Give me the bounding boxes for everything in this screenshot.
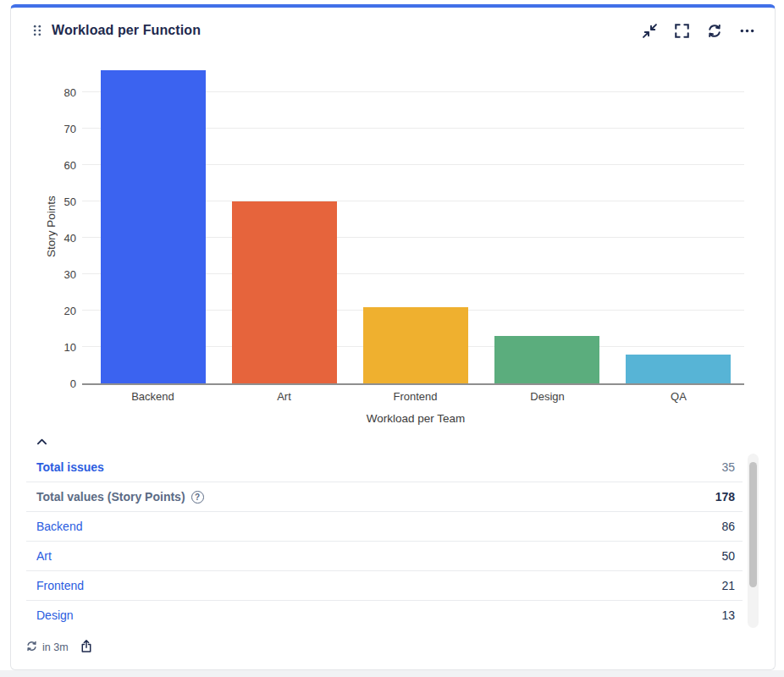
bar-design[interactable] — [494, 336, 599, 383]
collapse-arrows-icon — [643, 24, 657, 38]
widget-header: Workload per Function — [11, 8, 775, 48]
y-tick-label: 70 — [64, 122, 76, 135]
widget-title: Workload per Function — [52, 23, 201, 38]
row-label[interactable]: Design — [36, 608, 74, 622]
fullscreen-button[interactable] — [673, 22, 691, 40]
bar-art[interactable] — [232, 201, 337, 383]
table-row: Backend86 — [26, 511, 743, 541]
widget-actions — [641, 22, 756, 40]
table-row: Frontend21 — [26, 570, 743, 600]
widget-footer: in 3m — [11, 630, 775, 656]
x-tick-label: QA — [613, 390, 744, 403]
x-tick-label: Backend — [87, 390, 218, 403]
table-row: Design13 — [26, 600, 743, 630]
summary-rows: Total issues35Total values (Story Points… — [26, 452, 743, 630]
y-tick-label: 60 — [64, 158, 76, 171]
collapse-table-button[interactable] — [36, 435, 47, 448]
row-value: 35 — [721, 460, 735, 474]
chevron-up-icon — [36, 435, 47, 448]
summary-table: Total issues35Total values (Story Points… — [11, 452, 775, 630]
x-axis-title: Workload per Team — [87, 412, 744, 425]
y-tick-label: 10 — [64, 340, 76, 353]
refresh-icon — [707, 24, 722, 38]
ellipsis-icon — [740, 24, 754, 38]
row-label[interactable]: Frontend — [36, 579, 84, 592]
y-tick-label: 30 — [64, 267, 76, 280]
x-tick-label: Art — [218, 390, 350, 403]
table-row: Total issues35 — [26, 452, 743, 482]
row-value: 178 — [715, 490, 735, 504]
table-expander — [11, 425, 775, 450]
help-icon[interactable]: ? — [191, 491, 204, 504]
row-label[interactable]: Backend — [36, 520, 82, 533]
plot-area: 01020304050607080BackendArtFrontendDesig… — [87, 70, 744, 383]
page-background-strip — [0, 670, 784, 677]
x-tick-label: Design — [482, 390, 613, 403]
refresh-button[interactable] — [705, 22, 724, 40]
workload-widget-card: Workload per Function — [10, 4, 776, 670]
y-axis-title: Story Points — [45, 70, 58, 383]
more-options-button[interactable] — [738, 22, 756, 40]
share-button[interactable] — [80, 639, 92, 656]
table-scrollbar-thumb[interactable] — [749, 462, 757, 587]
refresh-countdown-text: in 3m — [42, 641, 69, 653]
row-value: 21 — [721, 579, 735, 592]
row-value: 13 — [721, 608, 735, 622]
fullscreen-brackets-icon — [675, 24, 689, 38]
row-label[interactable]: Art — [36, 549, 52, 563]
x-tick-label: Frontend — [350, 390, 481, 403]
share-icon — [80, 639, 92, 656]
row-label: Total values (Story Points) — [36, 490, 185, 504]
bar-chart: Story Points 01020304050607080BackendArt… — [11, 48, 775, 425]
bar-qa[interactable] — [626, 355, 731, 383]
bar-backend[interactable] — [101, 70, 206, 383]
minimize-button[interactable] — [641, 22, 659, 40]
y-tick-label: 50 — [64, 195, 76, 207]
y-tick-label: 40 — [64, 231, 76, 244]
row-value: 50 — [721, 549, 735, 563]
y-tick-label: 80 — [64, 85, 76, 98]
table-row: Art50 — [26, 541, 743, 570]
row-value: 86 — [721, 520, 735, 533]
refresh-countdown-icon — [26, 641, 37, 654]
drag-handle-icon[interactable] — [33, 25, 41, 36]
y-tick-label: 20 — [64, 304, 76, 316]
table-row: Total values (Story Points)?178 — [26, 482, 743, 511]
bar-frontend[interactable] — [363, 307, 468, 383]
x-axis-line — [82, 383, 744, 385]
row-label[interactable]: Total issues — [36, 460, 104, 474]
y-tick-label: 0 — [70, 377, 76, 390]
table-scrollbar-track[interactable] — [748, 454, 759, 628]
